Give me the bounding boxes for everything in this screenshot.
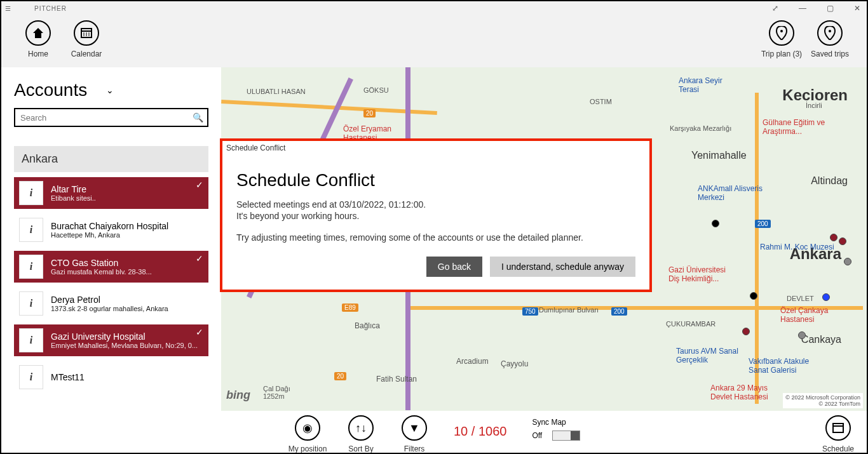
calendar-button[interactable]: Calendar <box>62 20 111 62</box>
titlebar: ☰ PITCHER ⤢ — ▢ ✕ <box>1 1 867 15</box>
dialog-mini-title: Schedule Conflict <box>222 141 649 155</box>
account-sub: Etibank sitesi.. <box>51 194 96 202</box>
trip-plan-button[interactable]: Trip plan (3) <box>757 20 806 62</box>
bottom-bar: ◉ My position ↑↓ Sort By ▼ Filters 10 / … <box>1 411 867 453</box>
account-sub: Hacettepe Mh, Ankara <box>51 231 168 239</box>
map-pin[interactable] <box>742 328 750 335</box>
maximize-icon[interactable]: ▢ <box>824 4 836 13</box>
map-poi: Özel Çankaya Hastanesi <box>780 306 828 324</box>
info-icon[interactable]: i <box>19 181 43 205</box>
map-pin[interactable] <box>844 258 851 265</box>
info-icon[interactable]: i <box>19 218 43 242</box>
sort-by-button[interactable]: ↑↓ Sort By <box>334 415 388 453</box>
home-button[interactable]: Home <box>14 20 62 62</box>
sync-state: Off <box>532 431 542 440</box>
trip-plan-label: Trip plan (3) <box>757 50 806 58</box>
close-icon[interactable]: ✕ <box>851 4 863 13</box>
info-icon[interactable]: i <box>19 255 43 279</box>
map-poi: ANKAmall Alisveris Merkezi <box>698 184 763 202</box>
map-pin[interactable] <box>750 292 757 300</box>
info-icon[interactable]: i <box>19 365 43 389</box>
account-item[interactable]: i Burachat Chaiyakorn Hospital Hacettepe… <box>14 214 208 246</box>
schedule-label: Schedule <box>822 444 854 453</box>
map-label: Yenimahalle <box>691 150 747 161</box>
trip-plan-icon <box>769 20 794 46</box>
account-item[interactable]: i MTest11 <box>14 361 208 393</box>
sync-toggle[interactable] <box>552 431 580 441</box>
map-pin[interactable] <box>830 234 837 241</box>
account-name: Burachat Chaiyakorn Hospital <box>51 221 168 231</box>
map-poi: Rahmi M. Koc Muzesi <box>760 243 834 251</box>
account-item[interactable]: i Derya Petrol 1373.sk 2-8 ogurlar mahal… <box>14 288 208 319</box>
hamburger-icon[interactable]: ☰ <box>5 5 15 12</box>
filter-icon: ▼ <box>402 415 427 441</box>
home-icon <box>25 20 51 46</box>
dialog-title: Schedule Conflict <box>236 170 635 190</box>
map-label: OSTIM <box>590 98 612 105</box>
account-name: Gazi University Hospital <box>51 331 198 342</box>
filters-button[interactable]: ▼ Filters <box>388 415 441 453</box>
sidebar-title[interactable]: Accounts ⌄ <box>14 80 208 100</box>
group-header: Ankara <box>14 146 208 172</box>
road-shield: 200 <box>755 220 771 228</box>
account-sub: Gazi mustafa Kemal blv. 28-38... <box>51 268 152 276</box>
map-label: Bağlıca <box>355 321 380 330</box>
info-icon[interactable]: i <box>19 328 43 352</box>
result-counter: 10 / 1060 <box>454 424 506 439</box>
map-poi: Gülhane Eğitim ve Araştırma... <box>763 118 825 136</box>
search-icon[interactable]: 🔍 <box>188 109 207 126</box>
account-item[interactable]: i Altar Tire Etibank sitesi.. ✓ <box>14 177 208 209</box>
schedule-anyway-button[interactable]: I understand, schedule anyway <box>490 257 635 277</box>
info-icon[interactable]: i <box>19 291 43 316</box>
road-shield: 20 <box>363 109 376 117</box>
accounts-sidebar: Accounts ⌄ 🔍 Ankara i Altar Tire Etibank… <box>1 67 221 411</box>
check-icon: ✓ <box>196 180 203 190</box>
account-name: CTO Gas Station <box>51 258 152 268</box>
svg-point-5 <box>780 30 783 32</box>
my-position-label: My position <box>281 444 334 453</box>
map-label: Altindag <box>811 175 848 187</box>
map-poi: Gazi Üniversitesi Diş Hekimliği... <box>668 265 726 283</box>
map-copyright: © 2022 Microsoft Corporation © 2022 TomT… <box>783 393 863 408</box>
filters-label: Filters <box>388 444 441 453</box>
map-label: Arcadium <box>456 357 489 366</box>
map-pin[interactable] <box>712 220 719 227</box>
calendar-icon <box>74 20 99 46</box>
road-shield: 20 <box>334 372 346 380</box>
map-label: DEVLET <box>787 295 814 302</box>
check-icon: ✓ <box>196 253 203 264</box>
account-sub: 1373.sk 2-8 ogurlar mahallesi, Ankara <box>51 305 168 312</box>
road-shield: 750 <box>522 307 538 316</box>
map-label: Çal Dağı 1252m <box>263 385 290 400</box>
search-field[interactable]: 🔍 <box>14 108 208 127</box>
account-sub: Emniyet Mahallesi, Mevlana Bulvarı, No:2… <box>51 342 198 349</box>
dialog-line3: Try adjusting meeting times, removing so… <box>236 232 635 243</box>
expand-icon[interactable]: ⤢ <box>770 4 781 13</box>
map-pin[interactable] <box>798 331 806 339</box>
go-back-button[interactable]: Go back <box>426 257 482 277</box>
road <box>221 100 437 115</box>
account-name: Altar Tire <box>51 184 96 194</box>
map-copy-1: © 2022 Microsoft Corporation <box>785 394 860 401</box>
home-label: Home <box>14 50 62 58</box>
my-position-button[interactable]: ◉ My position <box>281 415 334 453</box>
saved-trips-button[interactable]: Saved trips <box>806 20 854 62</box>
account-item[interactable]: i CTO Gas Station Gazi mustafa Kemal blv… <box>14 251 208 283</box>
map-pin[interactable] <box>822 293 830 301</box>
map-label: Fatih Sultan <box>376 375 417 384</box>
dialog-line1: Selected meetings end at 03/10/2022, 01:… <box>236 199 635 210</box>
map-poi: Ankara 29 Mayıs Devlet Hastanesi <box>710 384 768 401</box>
map-poi: Karşıyaka Mezarlığı <box>670 124 731 132</box>
schedule-button[interactable]: Schedule <box>822 415 854 453</box>
search-input[interactable] <box>15 109 188 126</box>
account-item[interactable]: i Gazi University Hospital Emniyet Mahal… <box>14 324 208 356</box>
svg-rect-7 <box>833 424 843 432</box>
schedule-conflict-dialog: Schedule Conflict Schedule Conflict Sele… <box>220 138 652 292</box>
sort-by-label: Sort By <box>334 444 388 453</box>
saved-trips-icon <box>817 20 843 46</box>
minimize-icon[interactable]: — <box>796 4 809 13</box>
bing-logo: bing <box>226 389 250 402</box>
map-pin[interactable] <box>839 237 846 245</box>
sync-map-control: Sync Map Off <box>532 418 580 441</box>
map-label: Çayyolu <box>501 359 528 368</box>
